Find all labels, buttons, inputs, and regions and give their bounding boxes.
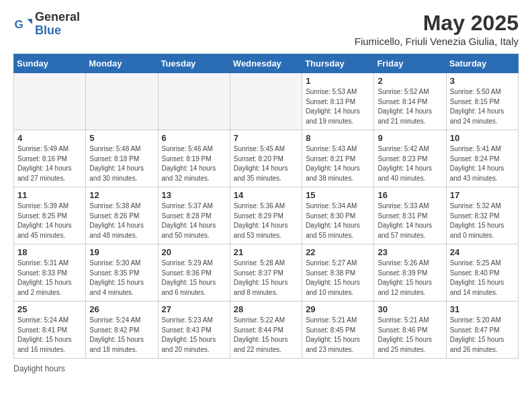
day-info: Sunrise: 5:48 AM Sunset: 8:18 PM Dayligh… <box>89 144 154 183</box>
day-number: 15 <box>306 190 370 200</box>
day-number: 12 <box>89 190 154 200</box>
day-number: 25 <box>17 304 82 314</box>
day-info: Sunrise: 5:42 AM Sunset: 8:23 PM Dayligh… <box>378 144 442 183</box>
day-number: 24 <box>450 247 515 257</box>
svg-text:G: G <box>15 18 24 31</box>
table-row: 11Sunrise: 5:39 AM Sunset: 8:25 PM Dayli… <box>14 187 86 244</box>
table-row: 21Sunrise: 5:28 AM Sunset: 8:37 PM Dayli… <box>230 244 302 302</box>
table-row: 16Sunrise: 5:33 AM Sunset: 8:31 PM Dayli… <box>374 187 446 244</box>
day-number: 14 <box>234 190 298 200</box>
day-info: Sunrise: 5:23 AM Sunset: 8:43 PM Dayligh… <box>162 316 226 355</box>
weekday-header: Wednesday <box>230 54 302 73</box>
day-info: Sunrise: 5:49 AM Sunset: 8:16 PM Dayligh… <box>17 144 82 183</box>
day-info: Sunrise: 5:20 AM Sunset: 8:47 PM Dayligh… <box>450 316 515 355</box>
calendar-week-row: 18Sunrise: 5:31 AM Sunset: 8:33 PM Dayli… <box>14 244 519 302</box>
day-info: Sunrise: 5:45 AM Sunset: 8:20 PM Dayligh… <box>234 144 298 183</box>
table-row: 8Sunrise: 5:43 AM Sunset: 8:21 PM Daylig… <box>302 130 374 187</box>
calendar-week-row: 11Sunrise: 5:39 AM Sunset: 8:25 PM Dayli… <box>14 187 519 244</box>
table-row: 30Sunrise: 5:21 AM Sunset: 8:46 PM Dayli… <box>374 302 446 359</box>
weekday-header: Monday <box>86 54 158 73</box>
table-row: 18Sunrise: 5:31 AM Sunset: 8:33 PM Dayli… <box>14 244 86 302</box>
day-number: 21 <box>234 247 298 257</box>
day-info: Sunrise: 5:31 AM Sunset: 8:33 PM Dayligh… <box>17 259 82 298</box>
day-number: 10 <box>450 133 515 143</box>
day-number: 18 <box>17 247 82 257</box>
table-row <box>86 73 158 130</box>
weekday-header: Tuesday <box>158 54 230 73</box>
day-number: 28 <box>234 304 298 314</box>
logo-text: General Blue <box>35 11 80 38</box>
table-row: 27Sunrise: 5:23 AM Sunset: 8:43 PM Dayli… <box>158 302 230 359</box>
location: Fiumicello, Friuli Venezia Giulia, Italy <box>355 36 519 47</box>
day-number: 17 <box>450 190 515 200</box>
day-number: 26 <box>89 304 154 314</box>
day-info: Sunrise: 5:21 AM Sunset: 8:45 PM Dayligh… <box>306 316 370 355</box>
day-number: 31 <box>450 304 515 314</box>
day-info: Sunrise: 5:39 AM Sunset: 8:25 PM Dayligh… <box>17 201 82 240</box>
day-number: 7 <box>234 133 298 143</box>
day-info: Sunrise: 5:38 AM Sunset: 8:26 PM Dayligh… <box>89 201 154 240</box>
daylight-label: Daylight hours <box>13 364 65 373</box>
table-row: 24Sunrise: 5:25 AM Sunset: 8:40 PM Dayli… <box>446 244 518 302</box>
day-info: Sunrise: 5:24 AM Sunset: 8:42 PM Dayligh… <box>89 316 154 355</box>
day-number: 22 <box>306 247 370 257</box>
table-row: 9Sunrise: 5:42 AM Sunset: 8:23 PM Daylig… <box>374 130 446 187</box>
day-info: Sunrise: 5:52 AM Sunset: 8:14 PM Dayligh… <box>378 87 442 126</box>
day-number: 1 <box>306 76 370 86</box>
table-row: 6Sunrise: 5:46 AM Sunset: 8:19 PM Daylig… <box>158 130 230 187</box>
day-info: Sunrise: 5:22 AM Sunset: 8:44 PM Dayligh… <box>234 316 298 355</box>
table-row <box>14 73 86 130</box>
calendar-week-row: 25Sunrise: 5:24 AM Sunset: 8:41 PM Dayli… <box>14 302 519 359</box>
day-info: Sunrise: 5:46 AM Sunset: 8:19 PM Dayligh… <box>162 144 226 183</box>
logo-icon: G <box>13 15 32 34</box>
table-row: 12Sunrise: 5:38 AM Sunset: 8:26 PM Dayli… <box>86 187 158 244</box>
page-header: G General Blue May 2025 Fiumicello, Friu… <box>13 11 519 47</box>
table-row: 31Sunrise: 5:20 AM Sunset: 8:47 PM Dayli… <box>446 302 518 359</box>
day-number: 29 <box>306 304 370 314</box>
day-number: 19 <box>89 247 154 257</box>
table-row: 4Sunrise: 5:49 AM Sunset: 8:16 PM Daylig… <box>14 130 86 187</box>
day-number: 27 <box>162 304 226 314</box>
day-number: 8 <box>306 133 370 143</box>
table-row: 15Sunrise: 5:34 AM Sunset: 8:30 PM Dayli… <box>302 187 374 244</box>
day-info: Sunrise: 5:41 AM Sunset: 8:24 PM Dayligh… <box>450 144 515 183</box>
table-row: 26Sunrise: 5:24 AM Sunset: 8:42 PM Dayli… <box>86 302 158 359</box>
table-row: 28Sunrise: 5:22 AM Sunset: 8:44 PM Dayli… <box>230 302 302 359</box>
calendar-week-row: 4Sunrise: 5:49 AM Sunset: 8:16 PM Daylig… <box>14 130 519 187</box>
day-info: Sunrise: 5:34 AM Sunset: 8:30 PM Dayligh… <box>306 201 370 240</box>
day-number: 2 <box>378 76 442 86</box>
logo: G General Blue <box>13 11 80 38</box>
table-row <box>158 73 230 130</box>
day-number: 30 <box>378 304 442 314</box>
calendar-table: SundayMondayTuesdayWednesdayThursdayFrid… <box>13 54 519 359</box>
day-info: Sunrise: 5:30 AM Sunset: 8:35 PM Dayligh… <box>89 259 154 298</box>
footer: Daylight hours <box>13 364 519 373</box>
day-number: 4 <box>17 133 82 143</box>
day-info: Sunrise: 5:25 AM Sunset: 8:40 PM Dayligh… <box>450 259 515 298</box>
day-info: Sunrise: 5:28 AM Sunset: 8:37 PM Dayligh… <box>234 259 298 298</box>
table-row: 17Sunrise: 5:32 AM Sunset: 8:32 PM Dayli… <box>446 187 518 244</box>
day-info: Sunrise: 5:29 AM Sunset: 8:36 PM Dayligh… <box>162 259 226 298</box>
svg-marker-1 <box>27 19 32 24</box>
day-info: Sunrise: 5:36 AM Sunset: 8:29 PM Dayligh… <box>234 201 298 240</box>
table-row: 22Sunrise: 5:27 AM Sunset: 8:38 PM Dayli… <box>302 244 374 302</box>
day-number: 13 <box>162 190 226 200</box>
table-row: 23Sunrise: 5:26 AM Sunset: 8:39 PM Dayli… <box>374 244 446 302</box>
day-number: 16 <box>378 190 442 200</box>
table-row: 19Sunrise: 5:30 AM Sunset: 8:35 PM Dayli… <box>86 244 158 302</box>
table-row: 10Sunrise: 5:41 AM Sunset: 8:24 PM Dayli… <box>446 130 518 187</box>
month-year: May 2025 <box>355 11 519 36</box>
day-number: 3 <box>450 76 515 86</box>
calendar-body: 1Sunrise: 5:53 AM Sunset: 8:13 PM Daylig… <box>14 73 519 359</box>
day-info: Sunrise: 5:26 AM Sunset: 8:39 PM Dayligh… <box>378 259 442 298</box>
day-info: Sunrise: 5:50 AM Sunset: 8:15 PM Dayligh… <box>450 87 515 126</box>
day-info: Sunrise: 5:33 AM Sunset: 8:31 PM Dayligh… <box>378 201 442 240</box>
weekday-header: Friday <box>374 54 446 73</box>
title-block: May 2025 Fiumicello, Friuli Venezia Giul… <box>355 11 519 47</box>
day-number: 11 <box>17 190 82 200</box>
day-info: Sunrise: 5:24 AM Sunset: 8:41 PM Dayligh… <box>17 316 82 355</box>
table-row: 20Sunrise: 5:29 AM Sunset: 8:36 PM Dayli… <box>158 244 230 302</box>
weekday-header: Thursday <box>302 54 374 73</box>
table-row: 1Sunrise: 5:53 AM Sunset: 8:13 PM Daylig… <box>302 73 374 130</box>
day-number: 5 <box>89 133 154 143</box>
